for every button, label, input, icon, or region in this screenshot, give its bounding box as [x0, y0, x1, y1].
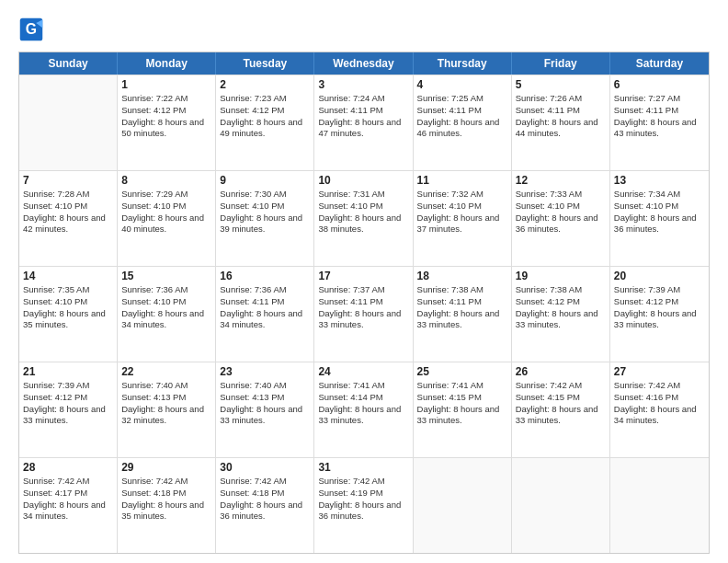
- calendar-cell: 11Sunrise: 7:32 AM Sunset: 4:10 PM Dayli…: [414, 171, 512, 266]
- day-number: 13: [614, 174, 705, 187]
- day-number: 29: [121, 461, 211, 474]
- day-number: 31: [318, 461, 408, 474]
- calendar-cell: 12Sunrise: 7:33 AM Sunset: 4:10 PM Dayli…: [512, 171, 610, 266]
- calendar-cell: 21Sunrise: 7:39 AM Sunset: 4:12 PM Dayli…: [19, 362, 118, 457]
- calendar-cell: [19, 75, 118, 170]
- day-info: Sunrise: 7:28 AM Sunset: 4:10 PM Dayligh…: [23, 189, 113, 236]
- calendar-week: 7Sunrise: 7:28 AM Sunset: 4:10 PM Daylig…: [19, 170, 709, 266]
- day-number: 23: [220, 365, 310, 378]
- day-info: Sunrise: 7:32 AM Sunset: 4:10 PM Dayligh…: [417, 189, 507, 236]
- day-number: 20: [614, 270, 705, 282]
- day-number: 16: [220, 270, 310, 282]
- day-info: Sunrise: 7:42 AM Sunset: 4:16 PM Dayligh…: [614, 380, 705, 427]
- header-day: Friday: [512, 52, 610, 75]
- day-number: 5: [516, 78, 606, 91]
- calendar-cell: 6Sunrise: 7:27 AM Sunset: 4:11 PM Daylig…: [610, 75, 709, 170]
- day-info: Sunrise: 7:26 AM Sunset: 4:11 PM Dayligh…: [516, 93, 606, 140]
- day-number: 25: [417, 365, 507, 378]
- day-info: Sunrise: 7:36 AM Sunset: 4:11 PM Dayligh…: [220, 284, 310, 331]
- calendar-cell: [610, 458, 709, 553]
- calendar-cell: [414, 458, 512, 553]
- calendar-cell: 29Sunrise: 7:42 AM Sunset: 4:18 PM Dayli…: [118, 458, 216, 553]
- day-info: Sunrise: 7:42 AM Sunset: 4:15 PM Dayligh…: [516, 380, 606, 427]
- day-info: Sunrise: 7:23 AM Sunset: 4:12 PM Dayligh…: [220, 93, 310, 140]
- header-day: Saturday: [610, 52, 709, 75]
- day-number: 7: [23, 174, 113, 187]
- day-info: Sunrise: 7:30 AM Sunset: 4:10 PM Dayligh…: [220, 189, 310, 236]
- calendar-cell: 31Sunrise: 7:42 AM Sunset: 4:19 PM Dayli…: [314, 458, 413, 553]
- calendar-cell: 4Sunrise: 7:25 AM Sunset: 4:11 PM Daylig…: [414, 75, 512, 170]
- calendar-cell: 22Sunrise: 7:40 AM Sunset: 4:13 PM Dayli…: [118, 362, 216, 457]
- calendar-week: 21Sunrise: 7:39 AM Sunset: 4:12 PM Dayli…: [19, 362, 709, 457]
- calendar-cell: 23Sunrise: 7:40 AM Sunset: 4:13 PM Dayli…: [216, 362, 314, 457]
- day-number: 15: [121, 270, 211, 282]
- day-info: Sunrise: 7:42 AM Sunset: 4:18 PM Dayligh…: [220, 476, 310, 523]
- calendar-cell: 18Sunrise: 7:38 AM Sunset: 4:11 PM Dayli…: [414, 267, 512, 362]
- header-day: Wednesday: [314, 52, 413, 75]
- calendar-cell: 17Sunrise: 7:37 AM Sunset: 4:11 PM Dayli…: [314, 267, 413, 362]
- day-info: Sunrise: 7:39 AM Sunset: 4:12 PM Dayligh…: [23, 380, 113, 427]
- day-info: Sunrise: 7:31 AM Sunset: 4:10 PM Dayligh…: [318, 189, 408, 236]
- day-number: 22: [121, 365, 211, 378]
- page: G SundayMondayTuesdayWednesdayThursdayFr…: [0, 0, 728, 563]
- day-number: 12: [516, 174, 606, 187]
- day-number: 14: [23, 270, 113, 282]
- day-number: 11: [417, 174, 507, 187]
- day-number: 8: [121, 174, 211, 187]
- calendar-cell: 28Sunrise: 7:42 AM Sunset: 4:17 PM Dayli…: [19, 458, 118, 553]
- calendar-cell: 9Sunrise: 7:30 AM Sunset: 4:10 PM Daylig…: [216, 171, 314, 266]
- day-info: Sunrise: 7:39 AM Sunset: 4:12 PM Dayligh…: [614, 284, 705, 331]
- day-info: Sunrise: 7:38 AM Sunset: 4:12 PM Dayligh…: [516, 284, 606, 331]
- calendar-week: 28Sunrise: 7:42 AM Sunset: 4:17 PM Dayli…: [19, 457, 709, 553]
- calendar-body: 1Sunrise: 7:22 AM Sunset: 4:12 PM Daylig…: [19, 75, 709, 553]
- calendar-cell: 2Sunrise: 7:23 AM Sunset: 4:12 PM Daylig…: [216, 75, 314, 170]
- calendar-cell: 26Sunrise: 7:42 AM Sunset: 4:15 PM Dayli…: [512, 362, 610, 457]
- day-info: Sunrise: 7:34 AM Sunset: 4:10 PM Dayligh…: [614, 189, 705, 236]
- day-info: Sunrise: 7:42 AM Sunset: 4:19 PM Dayligh…: [318, 476, 408, 523]
- day-info: Sunrise: 7:22 AM Sunset: 4:12 PM Dayligh…: [121, 93, 211, 140]
- calendar-cell: 14Sunrise: 7:35 AM Sunset: 4:10 PM Dayli…: [19, 267, 118, 362]
- header-day: Monday: [118, 52, 216, 75]
- calendar-week: 1Sunrise: 7:22 AM Sunset: 4:12 PM Daylig…: [19, 75, 709, 170]
- svg-text:G: G: [26, 21, 37, 37]
- day-info: Sunrise: 7:38 AM Sunset: 4:11 PM Dayligh…: [417, 284, 507, 331]
- calendar-cell: [512, 458, 610, 553]
- day-number: 30: [220, 461, 310, 474]
- day-info: Sunrise: 7:40 AM Sunset: 4:13 PM Dayligh…: [121, 380, 211, 427]
- day-number: 28: [23, 461, 113, 474]
- day-info: Sunrise: 7:27 AM Sunset: 4:11 PM Dayligh…: [614, 93, 705, 140]
- day-number: 17: [318, 270, 408, 282]
- day-info: Sunrise: 7:37 AM Sunset: 4:11 PM Dayligh…: [318, 284, 408, 331]
- calendar-cell: 27Sunrise: 7:42 AM Sunset: 4:16 PM Dayli…: [610, 362, 709, 457]
- header-day: Thursday: [414, 52, 512, 75]
- day-number: 21: [23, 365, 113, 378]
- calendar-cell: 1Sunrise: 7:22 AM Sunset: 4:12 PM Daylig…: [118, 75, 216, 170]
- day-number: 19: [516, 270, 606, 282]
- day-info: Sunrise: 7:42 AM Sunset: 4:18 PM Dayligh…: [121, 476, 211, 523]
- day-number: 18: [417, 270, 507, 282]
- day-number: 4: [417, 78, 507, 91]
- day-info: Sunrise: 7:41 AM Sunset: 4:15 PM Dayligh…: [417, 380, 507, 427]
- logo: G: [18, 17, 48, 42]
- calendar-cell: 3Sunrise: 7:24 AM Sunset: 4:11 PM Daylig…: [314, 75, 413, 170]
- day-number: 27: [614, 365, 705, 378]
- day-number: 9: [220, 174, 310, 187]
- day-info: Sunrise: 7:42 AM Sunset: 4:17 PM Dayligh…: [23, 476, 113, 523]
- day-info: Sunrise: 7:40 AM Sunset: 4:13 PM Dayligh…: [220, 380, 310, 427]
- calendar-cell: 20Sunrise: 7:39 AM Sunset: 4:12 PM Dayli…: [610, 267, 709, 362]
- calendar-cell: 7Sunrise: 7:28 AM Sunset: 4:10 PM Daylig…: [19, 171, 118, 266]
- day-info: Sunrise: 7:29 AM Sunset: 4:10 PM Dayligh…: [121, 189, 211, 236]
- day-info: Sunrise: 7:24 AM Sunset: 4:11 PM Dayligh…: [318, 93, 408, 140]
- day-info: Sunrise: 7:25 AM Sunset: 4:11 PM Dayligh…: [417, 93, 507, 140]
- day-number: 1: [121, 78, 211, 91]
- header-day: Tuesday: [216, 52, 314, 75]
- day-number: 24: [318, 365, 408, 378]
- calendar-cell: 15Sunrise: 7:36 AM Sunset: 4:10 PM Dayli…: [118, 267, 216, 362]
- calendar-cell: 8Sunrise: 7:29 AM Sunset: 4:10 PM Daylig…: [118, 171, 216, 266]
- day-info: Sunrise: 7:41 AM Sunset: 4:14 PM Dayligh…: [318, 380, 408, 427]
- day-info: Sunrise: 7:33 AM Sunset: 4:10 PM Dayligh…: [516, 189, 606, 236]
- logo-icon: G: [18, 17, 44, 42]
- day-number: 10: [318, 174, 408, 187]
- calendar: SundayMondayTuesdayWednesdayThursdayFrid…: [18, 52, 710, 554]
- day-number: 6: [614, 78, 705, 91]
